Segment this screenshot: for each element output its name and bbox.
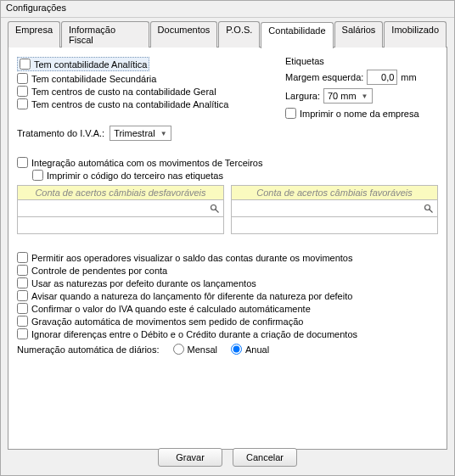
checkbox-confirm-iva[interactable] <box>17 303 28 314</box>
checkbox-secondary[interactable] <box>17 73 28 84</box>
svg-point-2 <box>425 204 430 210</box>
label-integration: Integração automática com os movimentos … <box>31 158 262 168</box>
tab-contabilidade[interactable]: Contabilidade <box>261 22 333 48</box>
window-title: Configurações <box>1 1 454 18</box>
label-ignore-dc: Ignorar diferenças entre o Débito e o Cr… <box>31 329 357 339</box>
label-margin: Margem esquerda: <box>285 72 363 82</box>
label-ccgeneral: Tem centros de custo na contabilidade Ge… <box>31 87 216 97</box>
cancel-button[interactable]: Cancelar <box>233 448 297 467</box>
svg-line-1 <box>216 209 219 212</box>
tab-salarios[interactable]: Salários <box>334 21 384 48</box>
checkbox-integration[interactable] <box>17 157 28 168</box>
chevron-down-icon: ▼ <box>160 130 167 137</box>
label-grav-auto: Gravação automática de movimentos sem pe… <box>31 316 303 327</box>
checkbox-ccgeneral[interactable] <box>17 86 28 97</box>
select-iva-value: Trimestral <box>114 128 154 138</box>
etiquetas-title: Etiquetas <box>285 56 438 66</box>
radio-yearly[interactable] <box>231 344 242 355</box>
checkbox-warn-natureza[interactable] <box>17 290 28 301</box>
dialog-buttons: Gravar Cancelar <box>1 448 454 467</box>
label-print-third-code: Imprimir o código do terceiro nas etique… <box>47 171 223 181</box>
label-view-balance: Permitir aos operadores visualizar o sal… <box>31 253 352 263</box>
label-analytic: Tem contabilidade Analítica <box>34 59 147 70</box>
label-margin-unit: mm <box>401 72 416 82</box>
label-monthly: Mensal <box>188 344 217 355</box>
label-ccanalytic: Tem centros de custo na contabilidade An… <box>31 99 228 109</box>
label-iva: Tratamento do I.V.A.: <box>17 128 104 138</box>
checkbox-view-balance[interactable] <box>17 252 28 263</box>
col-header-unfav: Conta de acertos câmbiais desfavoráveis <box>17 185 224 200</box>
svg-point-0 <box>211 204 216 210</box>
label-yearly: Anual <box>245 344 269 355</box>
input-fav[interactable] <box>231 217 438 234</box>
select-width[interactable]: 70 mm ▼ <box>323 88 373 104</box>
tab-row: Empresa Informação Fiscal Documentos P.O… <box>1 18 454 48</box>
select-iva[interactable]: Trimestral ▼ <box>110 126 171 141</box>
label-confirm-iva: Confirmar o valor do IVA quando este é c… <box>31 304 311 314</box>
chevron-down-icon: ▼ <box>362 92 368 100</box>
lookup-unfav[interactable] <box>17 200 224 217</box>
label-pending-control: Controle de pendentes por conta <box>31 266 167 276</box>
label-print-company: Imprimir o nome da empresa <box>300 109 419 119</box>
checkbox-ccanalytic[interactable] <box>17 98 28 109</box>
input-unfav[interactable] <box>17 217 224 234</box>
tab-documentos[interactable]: Documentos <box>150 21 218 48</box>
tab-empresa[interactable]: Empresa <box>8 21 60 48</box>
search-icon[interactable] <box>208 202 222 216</box>
tab-panel-contabilidade: Tem contabilidade Analítica Tem contabil… <box>8 47 447 450</box>
select-width-value: 70 mm <box>328 91 357 101</box>
label-width: Largura: <box>285 91 320 101</box>
input-margin[interactable]: 0,0 <box>367 70 397 85</box>
lookup-fav[interactable] <box>231 200 438 217</box>
search-icon[interactable] <box>422 202 435 216</box>
checkbox-analytic[interactable] <box>20 59 31 70</box>
radio-monthly[interactable] <box>173 344 184 355</box>
checkbox-print-third-code[interactable] <box>32 170 43 181</box>
label-warn-natureza: Avisar quando a natureza do lançamento f… <box>31 291 352 301</box>
checkbox-grav-auto[interactable] <box>17 316 28 327</box>
col-header-fav: Conta de acertos câmbiais favoráveis <box>231 185 438 200</box>
save-button[interactable]: Gravar <box>158 448 222 467</box>
label-default-naturezas: Usar as naturezas por defeito durante os… <box>31 278 256 288</box>
checkbox-pending-control[interactable] <box>17 265 28 276</box>
tab-informacao-fiscal[interactable]: Informação Fiscal <box>61 21 149 48</box>
label-secondary: Tem contabilidade Secundária <box>31 74 156 84</box>
checkbox-print-company[interactable] <box>285 108 296 119</box>
svg-line-3 <box>430 209 433 212</box>
label-numbering: Numeração automática de diários: <box>17 344 160 355</box>
tab-imobilizado[interactable]: Imobilizado <box>384 21 447 48</box>
settings-window: Configurações Empresa Informação Fiscal … <box>0 0 455 476</box>
checkbox-default-naturezas[interactable] <box>17 277 28 288</box>
checkbox-ignore-dc[interactable] <box>17 328 28 339</box>
tab-pos[interactable]: P.O.S. <box>218 21 260 48</box>
